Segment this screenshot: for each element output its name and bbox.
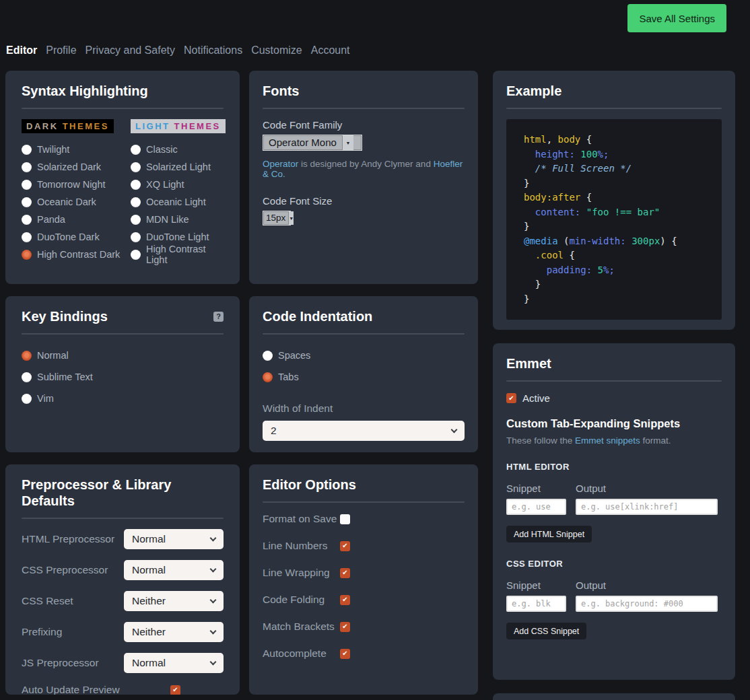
- theme-option-classic[interactable]: Classic: [131, 141, 226, 158]
- theme-option-oceanic-dark[interactable]: Oceanic Dark: [22, 193, 131, 211]
- indentation-option-tabs[interactable]: Tabs: [263, 366, 465, 388]
- theme-option-xq-light[interactable]: XQ Light: [131, 176, 226, 193]
- theme-option-twilight[interactable]: Twilight: [22, 141, 131, 158]
- radio-label: Classic: [146, 144, 178, 155]
- line-numbers-checkbox[interactable]: [340, 541, 350, 551]
- js-preprocessor-select[interactable]: Normal: [124, 653, 224, 673]
- save-all-settings-button[interactable]: Save All Settings: [627, 4, 726, 32]
- autocomplete-checkbox[interactable]: [340, 649, 350, 659]
- emmet-active-checkbox[interactable]: [506, 393, 516, 403]
- tab-editor[interactable]: Editor: [6, 43, 37, 58]
- theme-option-panda[interactable]: Panda: [22, 211, 131, 228]
- keybinding-option-sublime-text[interactable]: Sublime Text: [22, 366, 224, 388]
- theme-option-solarized-dark[interactable]: Solarized Dark: [22, 158, 131, 176]
- radio-label: High Contrast Dark: [37, 249, 120, 260]
- radio-label: DuoTone Dark: [37, 232, 100, 242]
- light-themes-badge: LIGHT THEMES: [131, 119, 226, 133]
- help-icon[interactable]: ?: [213, 312, 224, 322]
- snippet-label: Snippet: [506, 580, 576, 591]
- select-value: Neither: [132, 595, 166, 607]
- theme-option-high-contrast-light[interactable]: High Contrast Light: [131, 246, 226, 263]
- radio-icon[interactable]: [22, 145, 32, 155]
- autocomplete-label: Autocomplete: [263, 648, 340, 660]
- radio-icon[interactable]: [22, 197, 32, 207]
- css-editor-snippet-input[interactable]: [506, 596, 566, 612]
- css-preprocessor-select[interactable]: Normal: [124, 560, 224, 580]
- radio-label: Vim: [37, 393, 54, 404]
- html-preprocessor-select[interactable]: Normal: [124, 529, 224, 549]
- css-reset-select[interactable]: Neither: [124, 591, 224, 611]
- code-line: @media (min-width: 300px) {: [524, 234, 716, 249]
- card-title-key-bindings: Key Bindings: [22, 308, 108, 324]
- code-line: height: 100%;: [524, 147, 716, 162]
- radio-icon[interactable]: [22, 162, 32, 172]
- snippet-label: Snippet: [506, 483, 576, 494]
- code-font-size-value: 15px: [263, 211, 288, 225]
- chevron-down-icon: [210, 565, 217, 572]
- auto-update-preview-checkbox[interactable]: [170, 685, 180, 695]
- card-editor-options: Editor Options Format on SaveLine Number…: [249, 464, 478, 695]
- card-title-fonts: Fonts: [263, 83, 465, 99]
- editor-option-row: Format on Save: [263, 513, 465, 525]
- card-partial-next: [493, 693, 735, 700]
- width-of-indent-select[interactable]: 2: [263, 421, 465, 441]
- radio-icon[interactable]: [22, 250, 32, 260]
- add-css-snippet-button[interactable]: Add CSS Snippet: [506, 623, 586, 639]
- radio-label: Solarized Dark: [37, 162, 101, 172]
- snippet-output-labels: SnippetOutput: [506, 483, 722, 494]
- code-folding-checkbox[interactable]: [340, 595, 350, 605]
- radio-icon[interactable]: [131, 250, 141, 260]
- radio-icon[interactable]: [131, 162, 141, 172]
- card-preprocessor-defaults: Preprocessor & Library Defaults HTML Pre…: [5, 464, 240, 695]
- indentation-option-spaces[interactable]: Spaces: [263, 345, 465, 366]
- code-line: }: [524, 219, 716, 234]
- code-font-size-select[interactable]: 15px ▼: [263, 211, 291, 225]
- code-font-family-select[interactable]: Operator Mono ▼: [263, 135, 362, 151]
- radio-label: XQ Light: [146, 179, 184, 190]
- add-html-snippet-button[interactable]: Add HTML Snippet: [506, 526, 592, 542]
- theme-option-mdn-like[interactable]: MDN Like: [131, 211, 226, 228]
- tab-notifications[interactable]: Notifications: [184, 43, 242, 58]
- line-wrapping-checkbox[interactable]: [340, 568, 350, 578]
- prefixing-select[interactable]: Neither: [124, 622, 224, 642]
- editor-option-row: Line Numbers: [263, 540, 465, 552]
- radio-label: Panda: [37, 214, 65, 225]
- tab-privacy-and-safety[interactable]: Privacy and Safety: [86, 43, 175, 58]
- tab-customize[interactable]: Customize: [251, 43, 302, 58]
- emmet-snippets-link[interactable]: Emmet snippets: [575, 435, 640, 446]
- css-editor-output-input[interactable]: [576, 596, 718, 612]
- editor-option-row: Line Wrapping: [263, 567, 465, 579]
- match-brackets-checkbox[interactable]: [340, 622, 350, 632]
- theme-option-high-contrast-dark[interactable]: High Contrast Dark: [22, 246, 131, 263]
- radio-icon[interactable]: [22, 180, 32, 190]
- radio-icon[interactable]: [131, 232, 141, 242]
- font-link[interactable]: Operator: [263, 159, 298, 169]
- code-font-family-label: Code Font Family: [263, 119, 465, 131]
- tab-account[interactable]: Account: [311, 43, 350, 58]
- card-title-editor-options: Editor Options: [263, 477, 465, 493]
- radio-icon[interactable]: [131, 215, 141, 225]
- radio-icon[interactable]: [263, 372, 273, 382]
- theme-option-tomorrow-night[interactable]: Tomorrow Night: [22, 176, 131, 193]
- html-editor-output-input[interactable]: [576, 499, 718, 515]
- format-on-save-checkbox[interactable]: [340, 514, 350, 524]
- preprocessor-row: PrefixingNeither: [22, 622, 224, 642]
- html-editor-snippet-input[interactable]: [506, 499, 566, 515]
- radio-icon[interactable]: [22, 372, 32, 382]
- radio-icon[interactable]: [22, 351, 32, 361]
- format-on-save-label: Format on Save: [263, 513, 340, 525]
- radio-icon[interactable]: [22, 232, 32, 242]
- keybinding-option-vim[interactable]: Vim: [22, 388, 224, 409]
- radio-icon[interactable]: [22, 394, 32, 404]
- radio-icon[interactable]: [131, 180, 141, 190]
- radio-icon[interactable]: [263, 351, 273, 361]
- divider: [263, 501, 465, 503]
- theme-option-oceanic-light[interactable]: Oceanic Light: [131, 193, 226, 211]
- tab-profile[interactable]: Profile: [46, 43, 76, 58]
- theme-option-solarized-light[interactable]: Solarized Light: [131, 158, 226, 176]
- theme-option-duotone-dark[interactable]: DuoTone Dark: [22, 228, 131, 246]
- radio-icon[interactable]: [131, 145, 141, 155]
- radio-icon[interactable]: [22, 215, 32, 225]
- keybinding-option-normal[interactable]: Normal: [22, 345, 224, 366]
- radio-icon[interactable]: [131, 197, 141, 207]
